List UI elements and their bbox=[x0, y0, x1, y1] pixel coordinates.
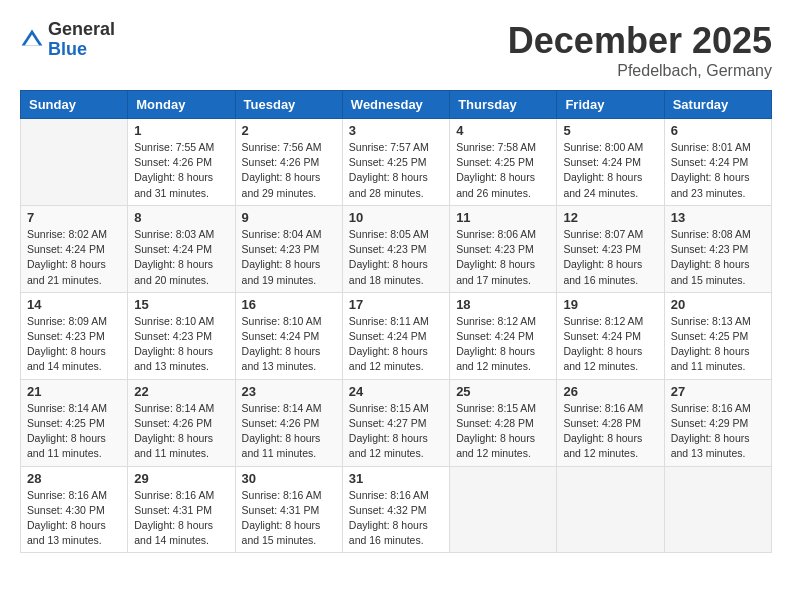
day-info: Sunrise: 8:13 AM Sunset: 4:25 PM Dayligh… bbox=[671, 314, 765, 375]
day-info: Sunrise: 8:16 AM Sunset: 4:32 PM Dayligh… bbox=[349, 488, 443, 549]
calendar-cell bbox=[21, 119, 128, 206]
calendar-cell: 20Sunrise: 8:13 AM Sunset: 4:25 PM Dayli… bbox=[664, 292, 771, 379]
title-area: December 2025 Pfedelbach, Germany bbox=[508, 20, 772, 80]
day-number: 21 bbox=[27, 384, 121, 399]
calendar-cell: 10Sunrise: 8:05 AM Sunset: 4:23 PM Dayli… bbox=[342, 205, 449, 292]
day-info: Sunrise: 8:15 AM Sunset: 4:27 PM Dayligh… bbox=[349, 401, 443, 462]
day-number: 26 bbox=[563, 384, 657, 399]
day-number: 6 bbox=[671, 123, 765, 138]
location: Pfedelbach, Germany bbox=[508, 62, 772, 80]
day-info: Sunrise: 8:16 AM Sunset: 4:31 PM Dayligh… bbox=[242, 488, 336, 549]
day-number: 12 bbox=[563, 210, 657, 225]
day-number: 2 bbox=[242, 123, 336, 138]
day-info: Sunrise: 8:12 AM Sunset: 4:24 PM Dayligh… bbox=[456, 314, 550, 375]
calendar-week-row: 1Sunrise: 7:55 AM Sunset: 4:26 PM Daylig… bbox=[21, 119, 772, 206]
calendar-cell: 18Sunrise: 8:12 AM Sunset: 4:24 PM Dayli… bbox=[450, 292, 557, 379]
calendar-cell: 9Sunrise: 8:04 AM Sunset: 4:23 PM Daylig… bbox=[235, 205, 342, 292]
calendar-cell: 12Sunrise: 8:07 AM Sunset: 4:23 PM Dayli… bbox=[557, 205, 664, 292]
day-info: Sunrise: 8:06 AM Sunset: 4:23 PM Dayligh… bbox=[456, 227, 550, 288]
calendar-cell: 4Sunrise: 7:58 AM Sunset: 4:25 PM Daylig… bbox=[450, 119, 557, 206]
day-info: Sunrise: 8:03 AM Sunset: 4:24 PM Dayligh… bbox=[134, 227, 228, 288]
logo-blue: Blue bbox=[48, 40, 115, 60]
month-title: December 2025 bbox=[508, 20, 772, 62]
day-info: Sunrise: 8:16 AM Sunset: 4:29 PM Dayligh… bbox=[671, 401, 765, 462]
day-info: Sunrise: 7:58 AM Sunset: 4:25 PM Dayligh… bbox=[456, 140, 550, 201]
day-info: Sunrise: 8:02 AM Sunset: 4:24 PM Dayligh… bbox=[27, 227, 121, 288]
day-number: 18 bbox=[456, 297, 550, 312]
calendar-cell: 1Sunrise: 7:55 AM Sunset: 4:26 PM Daylig… bbox=[128, 119, 235, 206]
day-number: 7 bbox=[27, 210, 121, 225]
calendar-table: SundayMondayTuesdayWednesdayThursdayFrid… bbox=[20, 90, 772, 553]
day-info: Sunrise: 8:04 AM Sunset: 4:23 PM Dayligh… bbox=[242, 227, 336, 288]
calendar-week-row: 28Sunrise: 8:16 AM Sunset: 4:30 PM Dayli… bbox=[21, 466, 772, 553]
calendar-cell: 17Sunrise: 8:11 AM Sunset: 4:24 PM Dayli… bbox=[342, 292, 449, 379]
calendar-cell bbox=[664, 466, 771, 553]
day-info: Sunrise: 8:09 AM Sunset: 4:23 PM Dayligh… bbox=[27, 314, 121, 375]
day-number: 23 bbox=[242, 384, 336, 399]
day-info: Sunrise: 8:05 AM Sunset: 4:23 PM Dayligh… bbox=[349, 227, 443, 288]
calendar-weekday-header: Saturday bbox=[664, 91, 771, 119]
logo-general: General bbox=[48, 20, 115, 40]
calendar-cell: 7Sunrise: 8:02 AM Sunset: 4:24 PM Daylig… bbox=[21, 205, 128, 292]
day-info: Sunrise: 8:00 AM Sunset: 4:24 PM Dayligh… bbox=[563, 140, 657, 201]
logo: General Blue bbox=[20, 20, 115, 60]
calendar-cell: 2Sunrise: 7:56 AM Sunset: 4:26 PM Daylig… bbox=[235, 119, 342, 206]
day-number: 19 bbox=[563, 297, 657, 312]
day-info: Sunrise: 7:55 AM Sunset: 4:26 PM Dayligh… bbox=[134, 140, 228, 201]
day-number: 13 bbox=[671, 210, 765, 225]
logo-icon bbox=[20, 28, 44, 52]
calendar-cell: 21Sunrise: 8:14 AM Sunset: 4:25 PM Dayli… bbox=[21, 379, 128, 466]
day-number: 9 bbox=[242, 210, 336, 225]
day-info: Sunrise: 8:01 AM Sunset: 4:24 PM Dayligh… bbox=[671, 140, 765, 201]
calendar-cell: 15Sunrise: 8:10 AM Sunset: 4:23 PM Dayli… bbox=[128, 292, 235, 379]
calendar-cell: 22Sunrise: 8:14 AM Sunset: 4:26 PM Dayli… bbox=[128, 379, 235, 466]
day-number: 11 bbox=[456, 210, 550, 225]
calendar-cell: 25Sunrise: 8:15 AM Sunset: 4:28 PM Dayli… bbox=[450, 379, 557, 466]
calendar-weekday-header: Thursday bbox=[450, 91, 557, 119]
calendar-weekday-header: Wednesday bbox=[342, 91, 449, 119]
calendar-weekday-header: Tuesday bbox=[235, 91, 342, 119]
logo-text: General Blue bbox=[48, 20, 115, 60]
day-number: 1 bbox=[134, 123, 228, 138]
day-number: 3 bbox=[349, 123, 443, 138]
day-info: Sunrise: 8:16 AM Sunset: 4:31 PM Dayligh… bbox=[134, 488, 228, 549]
day-number: 22 bbox=[134, 384, 228, 399]
day-number: 20 bbox=[671, 297, 765, 312]
calendar-cell: 31Sunrise: 8:16 AM Sunset: 4:32 PM Dayli… bbox=[342, 466, 449, 553]
day-number: 17 bbox=[349, 297, 443, 312]
day-number: 31 bbox=[349, 471, 443, 486]
day-info: Sunrise: 8:08 AM Sunset: 4:23 PM Dayligh… bbox=[671, 227, 765, 288]
day-number: 10 bbox=[349, 210, 443, 225]
day-info: Sunrise: 8:12 AM Sunset: 4:24 PM Dayligh… bbox=[563, 314, 657, 375]
calendar-weekday-header: Sunday bbox=[21, 91, 128, 119]
calendar-cell: 8Sunrise: 8:03 AM Sunset: 4:24 PM Daylig… bbox=[128, 205, 235, 292]
day-info: Sunrise: 7:57 AM Sunset: 4:25 PM Dayligh… bbox=[349, 140, 443, 201]
calendar-week-row: 21Sunrise: 8:14 AM Sunset: 4:25 PM Dayli… bbox=[21, 379, 772, 466]
day-number: 28 bbox=[27, 471, 121, 486]
calendar-cell: 16Sunrise: 8:10 AM Sunset: 4:24 PM Dayli… bbox=[235, 292, 342, 379]
day-info: Sunrise: 8:14 AM Sunset: 4:26 PM Dayligh… bbox=[134, 401, 228, 462]
day-info: Sunrise: 8:15 AM Sunset: 4:28 PM Dayligh… bbox=[456, 401, 550, 462]
day-number: 4 bbox=[456, 123, 550, 138]
calendar-cell: 3Sunrise: 7:57 AM Sunset: 4:25 PM Daylig… bbox=[342, 119, 449, 206]
calendar-weekday-header: Friday bbox=[557, 91, 664, 119]
calendar-cell: 24Sunrise: 8:15 AM Sunset: 4:27 PM Dayli… bbox=[342, 379, 449, 466]
day-info: Sunrise: 8:16 AM Sunset: 4:30 PM Dayligh… bbox=[27, 488, 121, 549]
calendar-cell: 5Sunrise: 8:00 AM Sunset: 4:24 PM Daylig… bbox=[557, 119, 664, 206]
day-number: 14 bbox=[27, 297, 121, 312]
day-info: Sunrise: 8:07 AM Sunset: 4:23 PM Dayligh… bbox=[563, 227, 657, 288]
day-number: 15 bbox=[134, 297, 228, 312]
day-number: 25 bbox=[456, 384, 550, 399]
calendar-cell: 14Sunrise: 8:09 AM Sunset: 4:23 PM Dayli… bbox=[21, 292, 128, 379]
day-number: 16 bbox=[242, 297, 336, 312]
day-info: Sunrise: 8:10 AM Sunset: 4:23 PM Dayligh… bbox=[134, 314, 228, 375]
calendar-cell bbox=[557, 466, 664, 553]
calendar-header-row: SundayMondayTuesdayWednesdayThursdayFrid… bbox=[21, 91, 772, 119]
day-number: 30 bbox=[242, 471, 336, 486]
calendar-week-row: 7Sunrise: 8:02 AM Sunset: 4:24 PM Daylig… bbox=[21, 205, 772, 292]
calendar-cell: 29Sunrise: 8:16 AM Sunset: 4:31 PM Dayli… bbox=[128, 466, 235, 553]
calendar-cell: 30Sunrise: 8:16 AM Sunset: 4:31 PM Dayli… bbox=[235, 466, 342, 553]
day-info: Sunrise: 7:56 AM Sunset: 4:26 PM Dayligh… bbox=[242, 140, 336, 201]
calendar-cell: 13Sunrise: 8:08 AM Sunset: 4:23 PM Dayli… bbox=[664, 205, 771, 292]
day-info: Sunrise: 8:16 AM Sunset: 4:28 PM Dayligh… bbox=[563, 401, 657, 462]
